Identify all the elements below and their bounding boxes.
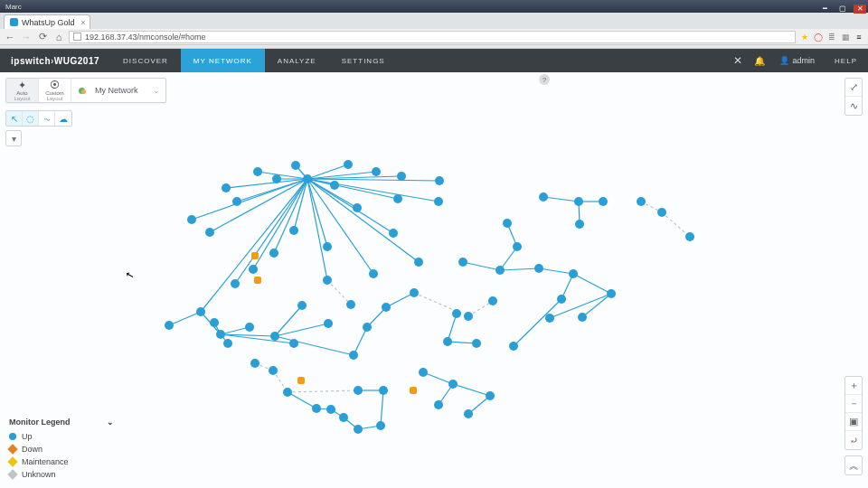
device-node[interactable] [196,307,205,316]
device-node[interactable] [205,228,214,237]
device-node[interactable] [249,265,258,274]
device-node[interactable] [222,183,231,192]
device-node-down[interactable] [297,377,305,384]
maximize-button[interactable]: ▢ [836,5,849,14]
device-node[interactable] [495,266,505,275]
bell-icon[interactable]: 🔔 [749,49,770,72]
browser-tab[interactable]: WhatsUp Gold × [4,14,90,29]
device-node[interactable] [326,405,335,414]
device-node[interactable] [323,242,332,251]
device-node[interactable] [363,323,372,332]
device-node[interactable] [253,167,262,176]
device-node-down[interactable] [251,252,259,259]
minimize-button[interactable]: ━ [818,5,831,14]
device-node[interactable] [382,303,391,312]
device-node[interactable] [323,276,332,285]
device-node[interactable] [513,242,522,251]
device-node[interactable] [291,161,300,170]
device-node[interactable] [448,380,458,389]
device-node[interactable] [223,339,232,348]
device-node[interactable] [574,197,583,206]
device-node[interactable] [575,220,584,229]
address-bar[interactable]: 192.168.37.43/nmconsole/#home [69,31,796,43]
device-node-down[interactable] [254,277,261,284]
nav-my-network[interactable]: MY NETWORK [181,49,265,72]
device-node[interactable] [464,312,473,321]
device-node[interactable] [270,332,279,341]
device-node[interactable] [419,368,428,377]
device-node[interactable] [232,197,241,206]
device-node[interactable] [503,219,512,228]
nav-discover[interactable]: DISCOVER [110,49,181,72]
device-node[interactable] [685,232,694,241]
device-node[interactable] [443,337,452,346]
device-node[interactable] [165,321,174,330]
device-node[interactable] [599,197,608,206]
device-node[interactable] [353,203,362,212]
home-button[interactable]: ⌂ [52,31,65,43]
tab-close-icon[interactable]: × [80,18,85,27]
device-node[interactable] [657,208,666,217]
back-button[interactable]: ← [4,31,16,43]
device-node[interactable] [289,226,298,235]
device-node[interactable] [393,194,402,203]
device-node[interactable] [354,425,363,434]
device-node[interactable] [289,339,298,348]
device-node[interactable] [452,309,461,318]
device-node[interactable] [545,314,554,323]
device-node[interactable] [330,181,339,190]
device-node[interactable] [376,421,385,430]
device-node[interactable] [303,174,312,183]
device-node[interactable] [245,323,254,332]
forward-button[interactable]: → [20,31,33,43]
device-node[interactable] [339,413,348,422]
help-button[interactable]: HELP [824,57,868,65]
device-node[interactable] [637,197,646,206]
device-node[interactable] [434,400,443,409]
device-node-down[interactable] [410,387,417,394]
device-node[interactable] [472,339,481,348]
device-node[interactable] [354,386,363,395]
device-node[interactable] [344,160,353,169]
nav-settings[interactable]: SETTINGS [329,49,398,72]
opera-icon[interactable]: ◯ [813,32,824,42]
close-panel-button[interactable]: ✕ [727,49,749,72]
device-node[interactable] [269,249,278,258]
device-node[interactable] [434,197,443,206]
device-node[interactable] [534,264,543,273]
device-node[interactable] [578,313,587,322]
device-node[interactable] [324,319,333,328]
device-node[interactable] [410,288,419,297]
device-node[interactable] [458,258,467,267]
device-node[interactable] [464,409,473,418]
grid-icon[interactable]: ▦ [840,32,851,42]
device-node[interactable] [231,279,240,288]
device-node[interactable] [486,391,495,400]
menu-icon[interactable]: ≡ [854,32,864,42]
reload-button[interactable]: ⟳ [36,31,49,43]
device-node[interactable] [435,176,444,185]
device-node[interactable] [346,300,355,309]
device-node[interactable] [312,404,321,413]
device-node[interactable] [379,386,388,395]
device-node[interactable] [397,172,406,181]
device-node[interactable] [607,289,616,298]
device-node[interactable] [369,269,378,278]
stack-icon[interactable]: ≣ [826,32,837,42]
device-node[interactable] [187,215,196,224]
device-node[interactable] [272,174,281,183]
device-node[interactable] [283,388,292,397]
device-node[interactable] [210,318,219,327]
device-node[interactable] [509,342,518,351]
device-node[interactable] [539,192,548,202]
device-node[interactable] [389,229,398,238]
device-node[interactable] [250,359,259,368]
star-icon[interactable]: ★ [799,32,810,42]
device-node[interactable] [216,330,225,339]
device-node[interactable] [488,296,497,305]
close-button[interactable]: ✕ [854,5,866,14]
nav-analyze[interactable]: ANALYZE [265,49,329,72]
device-node[interactable] [269,366,278,375]
user-menu[interactable]: 👤 admin [770,56,825,65]
device-node[interactable] [414,258,423,267]
